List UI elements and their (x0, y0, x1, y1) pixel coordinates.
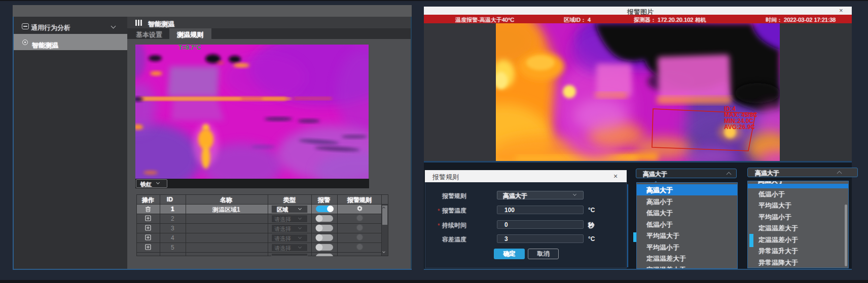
svg-text:T=9.7°C: T=9.7°C (178, 45, 201, 51)
svg-text:AVG:26.9C: AVG:26.9C (724, 124, 755, 131)
